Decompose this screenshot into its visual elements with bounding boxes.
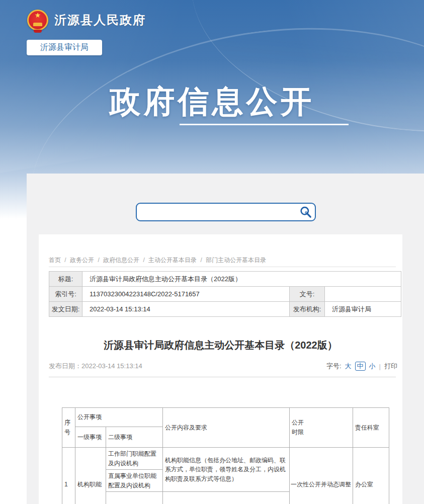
banner: ★ 沂源县人民政府 沂源县审计局 政府信息公开 bbox=[0, 0, 424, 174]
cell-dept: 办公室 bbox=[353, 448, 389, 504]
site-logo[interactable]: ★ 沂源县人民政府 bbox=[27, 8, 146, 32]
article-divider bbox=[49, 377, 396, 377]
breadcrumb-separator: / bbox=[200, 257, 202, 264]
meta-row-index: 索引号: 11370323004223148C/2022-5171657 文号: bbox=[49, 287, 401, 302]
breadcrumb-separator: / bbox=[143, 257, 144, 264]
search-input[interactable] bbox=[137, 204, 297, 220]
header-sn: 序号 bbox=[62, 408, 75, 448]
fontsize-large-button[interactable]: 大 bbox=[345, 362, 352, 371]
meta-org-value: 沂源县审计局 bbox=[325, 302, 401, 317]
publish-row: 发布日期：2022-03-14 15:13:14 字号: 大 中 小 | 打印 bbox=[49, 360, 397, 372]
breadcrumb-separator: / bbox=[64, 257, 66, 264]
publish-date-value: 2022-03-14 15:13:14 bbox=[81, 362, 142, 370]
breadcrumb-xinxi[interactable]: 政府信息公开 bbox=[103, 257, 139, 264]
header-content: 公开内容及要求 bbox=[163, 408, 290, 448]
cell-content-ab: 机构职能信息（包括办公地址、邮政编码、联系方式，单位职责，领导姓名及分工，内设机… bbox=[163, 448, 290, 492]
fontsize-small-button[interactable]: 小 bbox=[369, 362, 376, 371]
content-panel: 首页 / 政务公开 / 政府信息公开 / 主动公开基本目录 / 部门主动公开基本… bbox=[39, 234, 402, 504]
header-item: 公开事项 bbox=[75, 408, 163, 427]
catalog-table: 序号 公开事项 公开内容及要求 公开 时限 责任科室 一级事项 二级事项 1 机… bbox=[62, 407, 389, 504]
cell-sn: 1 bbox=[62, 448, 75, 504]
breadcrumb-current: 部门主动公开基本目录 bbox=[206, 257, 266, 264]
cell-level1: 机构职能 bbox=[75, 448, 106, 504]
emblem-ribbon-icon bbox=[34, 30, 42, 33]
breadcrumb-zhengwu[interactable]: 政务公开 bbox=[70, 257, 94, 264]
meta-title-value: 沂源县审计局政府信息主动公开基本目录（2022版） bbox=[82, 272, 401, 287]
header-level1: 一级事项 bbox=[75, 427, 106, 448]
breadcrumb-mulu[interactable]: 主动公开基本目录 bbox=[148, 257, 197, 264]
search-button[interactable] bbox=[297, 204, 315, 220]
meta-title-label: 标题: bbox=[49, 272, 82, 287]
fontsize-medium-button[interactable]: 中 bbox=[355, 362, 366, 371]
print-button[interactable]: 打印 bbox=[384, 362, 397, 371]
search-icon bbox=[299, 206, 312, 219]
cell-sub-a: 工作部门职能配置及内设机构 bbox=[106, 448, 163, 470]
breadcrumb-divider bbox=[49, 267, 396, 267]
meta-index-label: 索引号: bbox=[49, 287, 82, 302]
meta-row-date: 发文日期: 2022-03-14 15:13:14 发布机构: 沂源县审计局 bbox=[49, 302, 401, 317]
cell-sub-b: 直属事业单位职能配置及内设机构 bbox=[106, 470, 163, 492]
fontsize-label: 字号: bbox=[326, 362, 342, 371]
catalog-row: 1 机构职能 工作部门职能配置及内设机构 机构职能信息（包括办公地址、邮政编码、… bbox=[62, 448, 389, 470]
cell-content-c: 职责任务清单 bbox=[163, 492, 290, 504]
fontsize-control: 字号: 大 中 小 | 打印 bbox=[326, 362, 397, 371]
cell-sub-c: 职责任务清单 bbox=[106, 492, 163, 504]
catalog-header-row-1: 序号 公开事项 公开内容及要求 公开 时限 责任科室 bbox=[62, 408, 389, 427]
banner-left-fade bbox=[0, 174, 27, 219]
banner-title: 政府信息公开 bbox=[0, 80, 424, 123]
meta-index-value: 11370323004223148C/2022-5171657 bbox=[82, 287, 290, 302]
meta-docno-label: 文号: bbox=[290, 287, 325, 302]
header-dept: 责任科室 bbox=[353, 408, 389, 448]
cell-deadline: 一次性公开并动态调整 bbox=[290, 448, 353, 504]
meta-date-label: 发文日期: bbox=[49, 302, 82, 317]
meta-docno-value bbox=[325, 287, 401, 302]
meta-org-label: 发布机构: bbox=[290, 302, 325, 317]
publish-date: 发布日期：2022-03-14 15:13:14 bbox=[49, 362, 142, 371]
page: ★ 沂源县人民政府 沂源县审计局 政府信息公开 首页 / bbox=[0, 0, 424, 504]
header-deadline: 公开 时限 bbox=[290, 408, 353, 448]
meta-row-title: 标题: 沂源县审计局政府信息主动公开基本目录（2022版） bbox=[49, 272, 401, 287]
breadcrumb-separator: / bbox=[98, 257, 99, 264]
emblem-star-icon: ★ bbox=[29, 12, 47, 19]
title-underline bbox=[180, 124, 349, 125]
article-title: 沂源县审计局政府信息主动公开基本目录（2022版） bbox=[39, 339, 402, 352]
emblem-gate-icon bbox=[33, 23, 42, 26]
document-meta-table: 标题: 沂源县审计局政府信息主动公开基本目录（2022版） 索引号: 11370… bbox=[49, 271, 401, 317]
department-button[interactable]: 沂源县审计局 bbox=[27, 40, 102, 55]
department-label: 沂源县审计局 bbox=[40, 42, 89, 53]
search-box bbox=[136, 203, 316, 221]
publish-date-label: 发布日期： bbox=[49, 362, 81, 370]
meta-date-value: 2022-03-14 15:13:14 bbox=[82, 302, 290, 317]
site-name: 沂源县人民政府 bbox=[54, 12, 146, 28]
breadcrumb-home[interactable]: 首页 bbox=[49, 257, 61, 264]
national-emblem-icon: ★ bbox=[27, 10, 48, 31]
header-level2: 二级事项 bbox=[106, 427, 163, 448]
control-divider: | bbox=[379, 363, 381, 370]
breadcrumb: 首页 / 政务公开 / 政府信息公开 / 主动公开基本目录 / 部门主动公开基本… bbox=[49, 256, 268, 265]
